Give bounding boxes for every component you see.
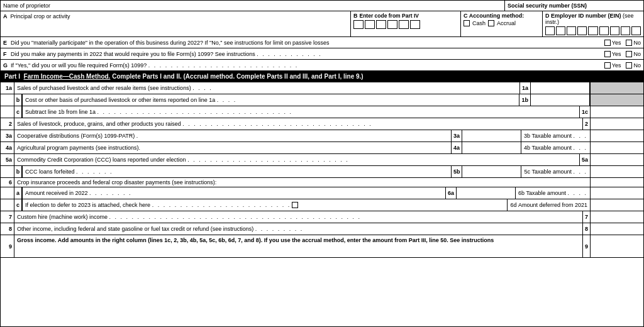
ein-box-8[interactable] (621, 26, 630, 35)
f-letter: F (3, 51, 8, 57)
line-1b-input[interactable] (530, 94, 590, 106)
ein-box-2[interactable] (556, 26, 565, 35)
enter-code-label: Enter code from Part IV (360, 13, 419, 19)
line-8-desc: Other income, including federal and stat… (14, 223, 583, 235)
line-4b-entry[interactable] (590, 142, 643, 153)
line-5b-input[interactable] (462, 166, 521, 177)
line-1a-entry (590, 82, 643, 94)
f-no-label: No (633, 51, 641, 57)
ein-box-3[interactable] (567, 26, 576, 35)
line-5a-entry[interactable] (590, 154, 643, 165)
line-9-row: 9 Gross income. Add amounts in the right… (1, 235, 643, 258)
principal-crop-label: Principal crop or activity (11, 13, 70, 19)
g-yes-label: Yes (612, 62, 621, 69)
ein-box-4[interactable] (577, 26, 587, 35)
line-6c-checkbox[interactable] (292, 202, 298, 208)
line-6-row: 6 Crop insurance proceeds and federal cr… (1, 178, 643, 187)
ein-box-5[interactable] (588, 26, 597, 35)
line-1a-input[interactable] (530, 82, 590, 94)
ein-box-6[interactable] (599, 26, 609, 35)
code-box-5[interactable] (399, 20, 409, 29)
ssn-label: Social security number (SSN) (505, 1, 643, 11)
line-6a-input[interactable] (456, 187, 516, 199)
f-no-checkbox[interactable] (626, 51, 632, 57)
line-5b-spacer (1, 166, 14, 177)
line-2-desc: Sales of livestock, produce, grains, and… (14, 118, 583, 130)
line-5b-desc: CCC loans forfeited . . . . . . . (22, 166, 452, 177)
e-yes-checkbox[interactable] (604, 40, 611, 46)
line-6a-desc: Amount received in 2022 . . . . . . . . (22, 187, 446, 199)
line-8-num: 8 (1, 223, 14, 235)
accrual-checkbox[interactable] (488, 20, 494, 26)
cash-label: Cash (472, 20, 486, 26)
line-1b-field-label: 1b (519, 94, 530, 106)
line-1c-entry[interactable] (590, 106, 643, 118)
line-5a-desc: Commodity Credit Corporation (CCC) loans… (14, 154, 580, 165)
line-3a-desc: Cooperative distributions (Form(s) 1099-… (14, 130, 452, 141)
g-yes-checkbox[interactable] (604, 62, 611, 69)
line-3a-input[interactable] (462, 130, 521, 141)
e-text: Did you "materially participate" in the … (11, 40, 599, 46)
part1-label: Part I (4, 73, 20, 80)
line-9-entry[interactable] (590, 235, 643, 257)
e-no-checkbox[interactable] (626, 40, 632, 46)
line-3a-field-label: 3a (452, 130, 462, 141)
ein-box-9[interactable] (631, 26, 641, 35)
code-box-4[interactable] (387, 20, 397, 29)
ein-box-1[interactable] (545, 26, 555, 35)
line-9-desc: Gross income. Add amounts in the right c… (14, 235, 583, 257)
enter-code-cell: B Enter code from Part IV (351, 11, 461, 36)
line-3a-row: 3a Cooperative distributions (Form(s) 10… (1, 130, 643, 142)
f-text: Did you make any payments in 2022 that w… (11, 51, 599, 57)
line-1c-spacer (1, 106, 14, 118)
line-6a-sub: a (14, 187, 22, 199)
code-box-6[interactable] (410, 20, 420, 29)
line-6c-sub: c (14, 199, 22, 211)
line-1c-sub: c (14, 106, 22, 118)
line-8-entry[interactable] (590, 223, 643, 235)
line-5a-field-label: 5a (580, 154, 590, 165)
f-dots: . . . . . . . . . . . . (257, 51, 322, 57)
line-1c-row: c Subtract line 1b from line 1a . . . . … (1, 106, 643, 118)
g-dots: . . . . . . . . . . . . . . . . . . . . … (148, 62, 299, 69)
ein-box-7[interactable] (610, 26, 619, 35)
cash-checkbox[interactable] (464, 20, 470, 26)
line-6b-entry[interactable] (590, 187, 643, 199)
line-7-num: 7 (1, 211, 14, 223)
line-6a-spacer (1, 187, 14, 199)
line-5c-entry[interactable] (590, 166, 643, 177)
line-2-entry[interactable] (590, 118, 643, 130)
line-6-desc: Crop insurance proceeds and federal crop… (14, 178, 590, 187)
line-3b-label: 3b Taxable amount . . . (521, 130, 590, 141)
line-4a-num: 4a (1, 142, 14, 153)
line-4a-input[interactable] (462, 142, 521, 153)
line-6c-row: c If election to defer to 2023 is attach… (1, 199, 643, 211)
accrual-label: Accrual (497, 20, 516, 26)
line-1b-entry (590, 94, 643, 106)
f-yes-checkbox[interactable] (604, 51, 611, 57)
line-1b-desc: Cost or other basis of purchased livesto… (22, 94, 519, 106)
code-box-3[interactable] (376, 20, 386, 29)
code-box-2[interactable] (365, 20, 375, 29)
line-1a-field-label: 1a (520, 82, 530, 94)
g-no-checkbox[interactable] (626, 62, 632, 69)
line-1a-desc: Sales of purchased livestock and other r… (14, 82, 520, 94)
line-9-num: 9 (1, 235, 14, 257)
line-6d-label: 6d Amount deferred from 2021 (508, 199, 590, 211)
line-3b-entry[interactable] (590, 130, 643, 141)
line-1a-row: 1a Sales of purchased livestock and othe… (1, 82, 643, 94)
ein-cell: D Employer ID number (EIN) (see instr.) (543, 11, 643, 36)
ein-label: Employer ID number (EIN) (551, 13, 621, 19)
name-label: Name of proprietor (1, 1, 505, 11)
line-7-entry[interactable] (590, 211, 643, 223)
line-6c-desc: If election to defer to 2023 is attached… (22, 199, 508, 211)
accounting-method-label: Accounting method: (469, 13, 525, 19)
line-4a-field-label: 4a (452, 142, 462, 153)
line-1b-spacer (1, 94, 14, 106)
principal-crop-cell: A Principal crop or activity (1, 11, 351, 36)
line-6d-entry[interactable] (590, 199, 643, 211)
e-no-label: No (633, 40, 641, 46)
code-box-1[interactable] (353, 20, 364, 29)
line-5b-field-label: 5b (452, 166, 462, 177)
line-5b-row: b CCC loans forfeited . . . . . . . 5b 5… (1, 166, 643, 178)
